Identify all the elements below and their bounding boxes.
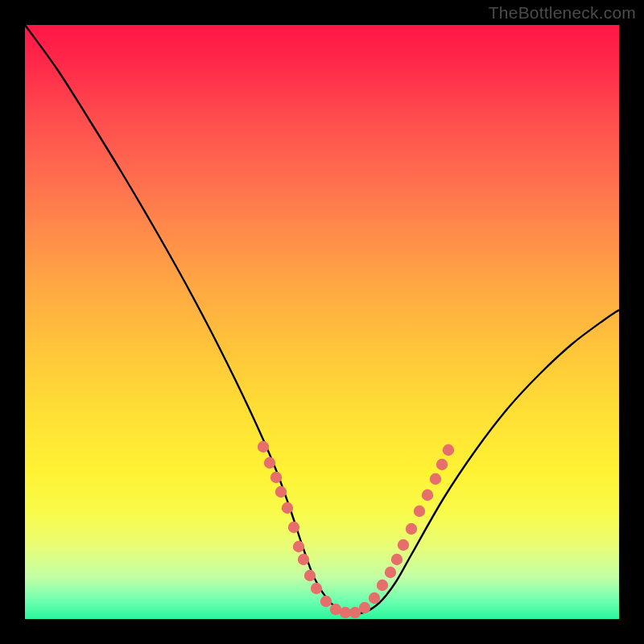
curve-marker [385, 567, 396, 578]
curve-marker [398, 539, 409, 551]
curve-marker [258, 441, 269, 452]
curve-marker [391, 554, 402, 565]
curve-marker [298, 554, 309, 565]
curve-marker [288, 522, 299, 533]
watermark-text: TheBottleneck.com [489, 3, 636, 23]
curve-marker [270, 472, 282, 483]
curve-marker [369, 592, 380, 604]
curve-marker [414, 506, 425, 517]
curve-marker [282, 502, 293, 514]
curve-marker [443, 444, 454, 456]
curve-marker [275, 486, 287, 497]
curve-marker [320, 596, 332, 607]
curve-marker [406, 523, 417, 535]
curve-marker [359, 602, 370, 613]
curve-marker [430, 473, 441, 485]
curve-marker [264, 457, 275, 469]
curve-marker [304, 570, 316, 581]
curve-marker [377, 580, 388, 591]
curve-marker [293, 541, 304, 552]
curve-marker [422, 489, 433, 501]
bottleneck-curve [25, 25, 619, 614]
curve-marker [436, 459, 448, 470]
chart-frame [25, 25, 619, 619]
chart-svg [25, 25, 619, 619]
curve-marker [311, 583, 322, 594]
